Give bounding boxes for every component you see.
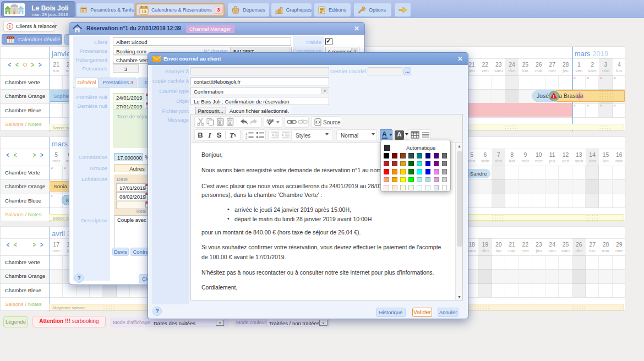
svg-text:T: T [229, 121, 232, 124]
svg-text:1: 1 [245, 132, 247, 135]
svg-text:13: 13 [141, 9, 146, 14]
svg-text:2: 2 [245, 136, 247, 139]
